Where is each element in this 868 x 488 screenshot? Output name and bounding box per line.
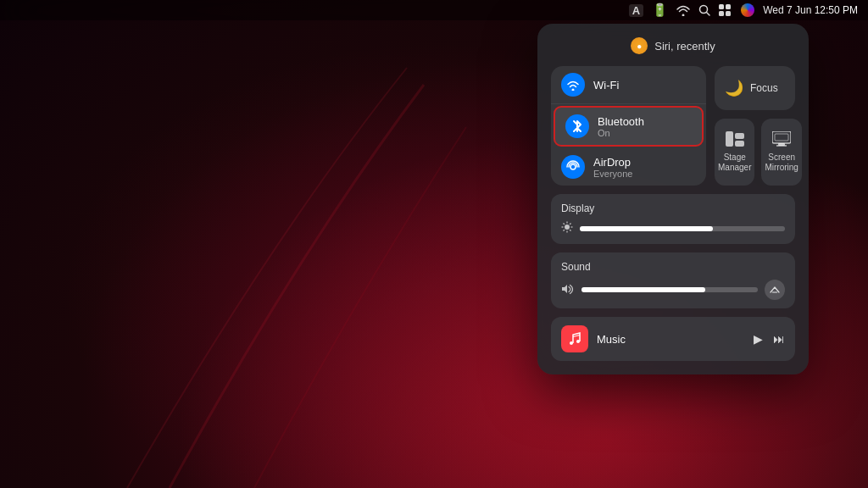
text-input-menu-item[interactable]: A — [629, 4, 643, 17]
search-menu-item[interactable] — [698, 4, 710, 16]
siri-indicator-icon: ● — [631, 37, 648, 54]
svg-line-19 — [564, 224, 565, 225]
sound-section: Sound — [551, 252, 795, 308]
airdrop-status: Everyone — [593, 169, 632, 179]
text-input-icon: A — [629, 4, 643, 17]
brightness-slider[interactable] — [580, 226, 785, 231]
svg-rect-3 — [719, 11, 724, 16]
music-app-icon — [561, 325, 588, 352]
wifi-label: Wi-Fi — [593, 79, 619, 92]
svg-rect-4 — [726, 4, 731, 9]
svg-line-1 — [707, 13, 710, 16]
sound-label: Sound — [561, 261, 785, 273]
connectivity-block: Wi-Fi Bluetooth On — [551, 66, 706, 186]
battery-menu-item[interactable]: 🔋 — [652, 3, 668, 18]
control-center-panel: ● Siri, recently Wi-Fi — [537, 24, 809, 374]
svg-rect-8 — [726, 131, 733, 147]
menubar: A 🔋 — [0, 0, 868, 20]
bluetooth-icon — [565, 114, 589, 138]
svg-point-14 — [565, 225, 570, 230]
wifi-menu-item[interactable] — [676, 5, 690, 16]
bluetooth-status: On — [598, 128, 644, 138]
control-center-menu-item[interactable] — [719, 4, 732, 16]
siri-label: Siri, recently — [654, 40, 715, 53]
siri-header: ● Siri, recently — [551, 37, 795, 54]
music-section: Music ▶ ⏭ — [551, 317, 795, 361]
screen-mirroring-label: Screen Mirroring — [765, 152, 798, 173]
wifi-item[interactable]: Wi-Fi — [551, 66, 706, 104]
svg-rect-5 — [726, 11, 731, 16]
svg-line-21 — [570, 224, 570, 225]
volume-fill — [581, 287, 705, 292]
brightness-icon — [561, 221, 573, 236]
svg-line-22 — [564, 230, 565, 230]
music-skip-button[interactable]: ⏭ — [773, 332, 785, 346]
bluetooth-highlight-wrapper: Bluetooth On — [554, 106, 704, 147]
focus-button[interactable]: 🌙 Focus — [715, 66, 795, 110]
stage-manager-icon — [726, 131, 744, 150]
brightness-fill — [580, 226, 713, 231]
svg-rect-13 — [775, 134, 788, 141]
display-label: Display — [561, 202, 785, 214]
svg-rect-2 — [719, 4, 724, 9]
airdrop-icon — [561, 155, 585, 179]
volume-slider[interactable] — [581, 287, 758, 292]
siri-menu-item[interactable] — [741, 3, 754, 17]
bluetooth-label: Bluetooth — [598, 115, 644, 128]
screen-mirroring-button[interactable]: Screen Mirroring — [761, 119, 801, 186]
svg-rect-9 — [735, 133, 744, 139]
music-play-button[interactable]: ▶ — [754, 332, 763, 346]
svg-line-23 — [573, 336, 580, 337]
airplay-button[interactable] — [765, 280, 785, 300]
siri-menu-icon — [741, 3, 754, 17]
svg-point-6 — [572, 88, 575, 91]
menubar-datetime: Wed 7 Jun 12:50 PM — [763, 4, 858, 16]
stage-manager-label: Stage Manager — [718, 152, 751, 173]
airdrop-label: AirDrop — [593, 156, 632, 169]
svg-point-7 — [570, 164, 576, 169]
battery-icon: 🔋 — [652, 3, 668, 18]
wifi-menu-icon — [676, 5, 690, 16]
volume-icon — [561, 283, 575, 297]
focus-label: Focus — [750, 82, 778, 94]
screen-mirroring-icon — [772, 131, 791, 150]
search-menu-icon — [698, 4, 710, 16]
music-app-label: Music — [597, 333, 745, 346]
svg-line-20 — [570, 230, 570, 230]
bluetooth-item[interactable]: Bluetooth On — [555, 108, 702, 145]
control-center-icon — [719, 4, 732, 16]
focus-moon-icon: 🌙 — [725, 79, 743, 97]
svg-rect-10 — [735, 141, 744, 147]
wifi-icon — [561, 73, 585, 97]
stage-manager-button[interactable]: Stage Manager — [715, 119, 754, 186]
airdrop-item[interactable]: AirDrop Everyone — [551, 148, 706, 186]
display-section: Display — [551, 194, 795, 244]
